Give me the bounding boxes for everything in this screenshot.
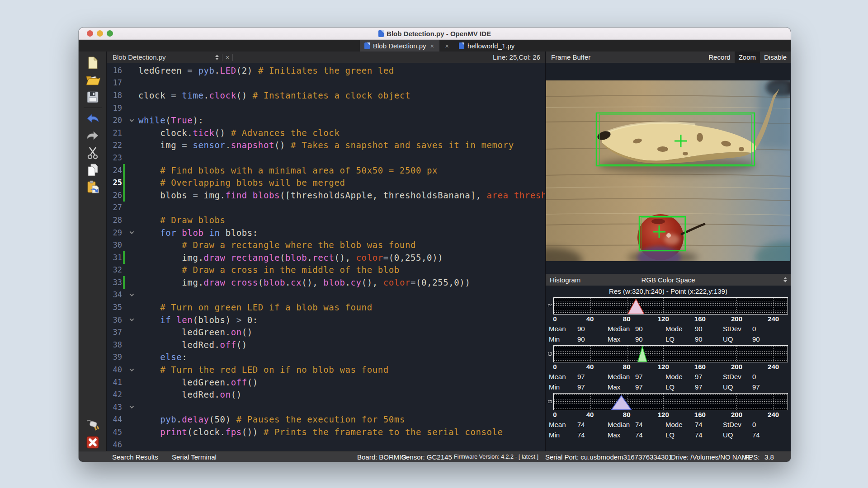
document-selector[interactable]: Blob Detection.py: [107, 53, 166, 61]
code-text: ledRed.off(): [138, 340, 545, 350]
line-number: 33: [107, 278, 122, 287]
stat-label: LQ: [665, 334, 695, 344]
tab-helloworld[interactable]: helloworld_1.py: [454, 40, 519, 52]
change-bar: [123, 239, 125, 251]
code-line[interactable]: 46: [107, 438, 545, 451]
stat-label: UQ: [723, 382, 752, 392]
tab-bar-spacer: [79, 40, 360, 52]
close-tab-icon[interactable]: ×: [429, 42, 435, 50]
search-results-button[interactable]: Search Results: [112, 453, 158, 460]
code-line[interactable]: 34: [107, 289, 545, 301]
code-line[interactable]: 16ledGreen = pyb.LED(2) # Initiates the …: [107, 64, 545, 77]
tab-blob-detection[interactable]: Blob Detection.py ×: [360, 40, 439, 52]
code-line[interactable]: 22 img = sensor.snapshot() # Takes a sna…: [107, 139, 545, 152]
code-line[interactable]: 41 ledGreen.off(): [107, 376, 545, 389]
change-bar: [123, 351, 125, 364]
code-line[interactable]: 32 # Draw a cross in the middle of the b…: [107, 264, 545, 277]
zoom-button[interactable]: Zoom: [735, 52, 760, 63]
disable-button[interactable]: Disable: [760, 52, 791, 63]
openmv-ide-window: Blob Detection.py - OpenMV IDE Blob Dete…: [79, 28, 791, 462]
code-line[interactable]: 30 # Draw a rectangle where the blob was…: [107, 239, 545, 251]
serial-terminal-button[interactable]: Serial Terminal: [172, 453, 217, 460]
code-line[interactable]: 21 clock.tick() # Advances the clock: [107, 127, 545, 139]
code-text: # Draw blobs: [138, 215, 545, 225]
minimize-traffic-light[interactable]: [97, 30, 103, 37]
code-line[interactable]: 40 # Turn the red LED on if no blob was …: [107, 363, 545, 376]
copy-button[interactable]: [84, 162, 101, 178]
fps-label: FPS:: [745, 453, 760, 460]
code-line[interactable]: 27: [107, 202, 545, 214]
python-file-icon: [459, 42, 464, 49]
tab-close-standalone[interactable]: ×: [439, 40, 454, 52]
code-line[interactable]: 17: [107, 77, 545, 89]
code-line[interactable]: 39 else:: [107, 351, 545, 364]
fold-chevron-icon[interactable]: [125, 231, 138, 234]
paste-button[interactable]: [84, 179, 101, 195]
connect-button[interactable]: [84, 418, 101, 433]
line-number: 41: [107, 378, 122, 387]
code-line[interactable]: 20while(True):: [107, 114, 545, 127]
code-line[interactable]: 36 if len(blobs) > 0:: [107, 314, 545, 326]
stat-label: StDev: [723, 371, 752, 382]
stop-button[interactable]: [84, 435, 101, 450]
code-line[interactable]: 19: [107, 102, 545, 114]
color-space-select[interactable]: RGB Color Space: [546, 276, 791, 284]
window-title-group: Blob Detection.py - OpenMV IDE: [378, 30, 491, 38]
stat-label: Mean: [549, 419, 577, 430]
code-line[interactable]: 43: [107, 401, 545, 413]
code-line[interactable]: 37 ledGreen.on(): [107, 326, 545, 338]
code-line[interactable]: 45 print(clock.fps()) # Prints the frame…: [107, 426, 545, 438]
code-line[interactable]: 38 ledRed.off(): [107, 338, 545, 351]
document-dropdown-icon[interactable]: [215, 55, 219, 60]
title-bar[interactable]: Blob Detection.py - OpenMV IDE: [79, 28, 791, 40]
fold-chevron-icon[interactable]: [125, 119, 138, 122]
fold-chevron-icon[interactable]: [125, 405, 138, 408]
stat-value: 74: [635, 430, 665, 440]
save-button[interactable]: [84, 89, 101, 105]
open-folder-button[interactable]: [84, 72, 101, 88]
code-line[interactable]: 26 blobs = img.find_blobs([thresholdsApp…: [107, 189, 545, 202]
code-line[interactable]: 42 ledRed.on(): [107, 388, 545, 401]
code-line[interactable]: 33 img.draw_cross(blob.cx(), blob.cy(), …: [107, 276, 545, 289]
redo-button[interactable]: [84, 128, 101, 143]
line-number: 23: [107, 153, 122, 162]
code-line[interactable]: 23: [107, 151, 545, 164]
code-line[interactable]: 29 for blob in blobs:: [107, 226, 545, 239]
code-line[interactable]: 28 # Draw blobs: [107, 214, 545, 226]
close-tab-icon[interactable]: ×: [444, 42, 450, 50]
zoom-traffic-light[interactable]: [107, 30, 113, 37]
stat-value: 97: [695, 382, 723, 392]
frame-buffer-view[interactable]: [546, 63, 791, 274]
fold-chevron-icon[interactable]: [125, 368, 138, 371]
channel-stats: Mean74Median74Mode74StDev0Min74Max74LQ74…: [546, 419, 791, 440]
code-line[interactable]: 24 # Find blobs with a minimal area of 5…: [107, 164, 545, 177]
code-text: ledGreen.on(): [138, 327, 545, 337]
color-space-dropdown-icon[interactable]: [783, 277, 787, 282]
frame-buffer-header: Frame Buffer Record Zoom Disable: [546, 52, 791, 63]
close-traffic-light[interactable]: [87, 30, 93, 37]
record-button[interactable]: Record: [704, 52, 734, 63]
fold-chevron-icon[interactable]: [125, 293, 138, 296]
tab-label: helloworld_1.py: [467, 42, 514, 50]
code-line[interactable]: 31 img.draw_rectangle(blob.rect(), color…: [107, 251, 545, 264]
close-document-icon[interactable]: ×: [226, 54, 229, 61]
resolution-point-readout: Res (w:320,h:240) - Point (x:222,y:139): [546, 286, 791, 296]
new-file-button[interactable]: [84, 55, 101, 70]
channel-label: R: [547, 297, 553, 314]
change-bar: [123, 102, 125, 114]
change-bar: [123, 264, 125, 277]
histogram-channel-g: G04080120160200240Mean97Median97Mode97St…: [546, 344, 791, 392]
code-line[interactable]: 25 # Overlapping blobs will be merged: [107, 176, 545, 189]
code-line[interactable]: 44 pyb.delay(50) # Pauses the execution …: [107, 413, 545, 426]
code-line[interactable]: 18clock = time.clock() # Instantiates a …: [107, 89, 545, 102]
code-area[interactable]: 16ledGreen = pyb.LED(2) # Initiates the …: [107, 63, 545, 451]
code-text: # Find blobs with a minimal area of 50x5…: [138, 165, 545, 175]
histogram-header: Histogram RGB Color Space: [546, 274, 791, 286]
cut-button[interactable]: [84, 145, 101, 160]
fold-chevron-icon[interactable]: [125, 318, 138, 321]
line-number: 31: [107, 253, 122, 262]
change-bar: [123, 176, 125, 189]
undo-button[interactable]: [84, 111, 101, 126]
stat-label: Max: [608, 430, 635, 440]
code-line[interactable]: 35 # Turn on green LED if a blob was fou…: [107, 301, 545, 314]
